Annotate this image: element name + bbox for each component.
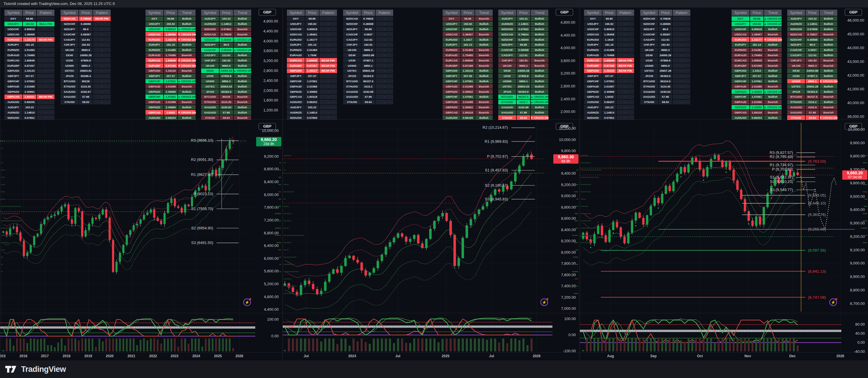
top-pane-currency-button[interactable]: GBP (845, 9, 862, 15)
svg-text:7,600.00: 7,600.00 (264, 205, 279, 210)
symbol-cell: EURGBP (146, 63, 163, 68)
signal-cell: Bearish (820, 105, 837, 110)
titlebar-text: Tickmill created with TradingView.com, D… (3, 1, 115, 6)
trend-screener-table-2: SymbolPriceTrendAUDJPY103.21BullishAUDNZ… (498, 10, 548, 120)
signal-cell: Bullish (531, 37, 548, 42)
price-cell: 1.8432 (602, 94, 616, 99)
price-cell: 50266.4 (79, 74, 93, 78)
symbol-cell: ETHUSD (640, 84, 658, 89)
symbol-cell: CADJPY (343, 37, 361, 42)
symbol-cell: EURNZD (732, 48, 749, 52)
price-cell: 155.92 (602, 22, 616, 26)
price-cell: 6850.3 (220, 79, 233, 84)
svg-text:44,000.00: 44,000.00 (847, 45, 864, 50)
date-axis[interactable]: Jul2024Jul2025Jul2026 (304, 354, 540, 358)
signal-cell: Bullish (234, 42, 251, 47)
price-cell: 4192.9 (806, 105, 819, 110)
signal-cell: - (37, 74, 55, 78)
indicator-logo-icon[interactable]: ⚡ (244, 298, 251, 306)
symbol-cell: GBPAUD (584, 84, 602, 89)
signal-cell: ▼ CROSS DN (820, 115, 837, 120)
symbol-cell: AUDUSD (4, 100, 22, 104)
price-axis[interactable]: 10,200.0010,000.009,800.009,600.009,400.… (559, 126, 576, 311)
svg-text:Jul: Jul (304, 354, 309, 358)
signal-cell: - (376, 74, 393, 78)
signal-cell: Bullish (234, 22, 251, 26)
column-header: Pattern (673, 10, 690, 16)
signal-cell: - (376, 32, 393, 37)
price-cell: 1.38458 (23, 32, 36, 37)
symbol-cell: GBPNZD (146, 105, 163, 110)
price-cell: 192.92 (659, 42, 672, 47)
price-axis[interactable]: 10,000.009,600.009,200.008,800.008,400.0… (262, 128, 279, 312)
symbol-cell: CHFJPY (498, 58, 516, 63)
signal-cell: - (319, 22, 337, 26)
signal-cell: Bullish (234, 110, 251, 115)
svg-text:9,500.00: 9,500.00 (850, 194, 865, 199)
signal-cell: - (319, 89, 337, 94)
indicator-logo-icon[interactable]: ⚡ (541, 298, 548, 306)
symbol-cell: ETHUSD (201, 100, 219, 104)
top-pane-currency-button[interactable]: GBP (259, 9, 276, 15)
date-axis[interactable]: AugSepOctNovDec2026 (607, 354, 844, 358)
column-header: Trend (234, 10, 251, 16)
signal-cell: - (673, 63, 690, 68)
price-cell: 50264.9 (517, 89, 530, 94)
price-cell: 2.01088 (23, 84, 36, 89)
chart-panel-1[interactable]: SymbolPricePatternDXY98.86-USDJPY155.92B… (0, 7, 282, 360)
date-axis[interactable]: 2015201620172018201920202021202220232024… (0, 354, 243, 358)
price-cell: 47807.1 (362, 58, 375, 63)
signal-cell: Bullish (178, 17, 195, 21)
svg-text:⚡: ⚡ (831, 300, 836, 305)
tradingview-logo-icon[interactable] (5, 365, 18, 374)
svg-text:6,400.00: 6,400.00 (264, 244, 279, 248)
signal-cell: Bullish (531, 17, 548, 21)
indicator-logo-icon[interactable]: ⚡ (830, 298, 837, 306)
signal-cell: Bullish (475, 37, 493, 42)
price-cell: 155.92 (750, 22, 764, 26)
signal-cell: - (376, 84, 393, 89)
price-axis[interactable]: 10,000.009,900.009,800.009,700.009,600.0… (848, 127, 865, 306)
symbol-cell: UK100 (640, 48, 658, 52)
price-cell: 57.98 (79, 94, 93, 99)
price-cell: 50363.9 (806, 89, 819, 94)
signal-cell: Bullish (234, 105, 251, 110)
signal-cell: - (93, 42, 111, 47)
signal-cell: Bullish (475, 94, 493, 99)
footer-brand[interactable]: TradingView (21, 365, 66, 374)
signal-cell: ▲ CROSS UP (764, 105, 782, 110)
symbol-cell: USDCAD (4, 32, 22, 37)
svg-text:9,900.00: 9,900.00 (850, 141, 865, 145)
price-cell: 103.21 (517, 17, 530, 21)
chart-panel-2[interactable]: SymbolPricePatternDXY98.86-USDJPY155.92-… (282, 7, 579, 360)
signal-cell: Bearish (234, 32, 251, 37)
price-cell: 0.66205 (23, 100, 36, 104)
signal-cell: Bullish (178, 22, 195, 26)
price-cell: 4192.63 (220, 105, 233, 110)
symbol-cell: AUDNZD (498, 22, 516, 26)
price-cell: 3115.35 (79, 84, 93, 89)
svg-text:2,400.00: 2,400.00 (263, 78, 278, 83)
signal-cell: Bullish (531, 84, 548, 89)
column-header: Price (79, 10, 93, 16)
symbol-cell: GBPCAD (4, 94, 22, 99)
column-header: Price (659, 10, 672, 16)
symbol-cell: NZDJPY (498, 42, 516, 47)
price-cell: 3115.2 (806, 100, 819, 104)
symbol-cell: XAGUSD (640, 94, 658, 99)
signal-cell: Bullish (820, 27, 837, 32)
price-cell: 58.93 (79, 100, 93, 104)
price-cell: 155.92 (461, 22, 474, 26)
symbol-cell: NZDJPY (343, 27, 361, 32)
price-cell: 98.86 (461, 17, 474, 21)
symbol-cell: GBPNZD (146, 89, 163, 94)
symbol-cell: GBPNZD (287, 89, 305, 94)
top-pane-currency-button[interactable]: GBP (556, 9, 573, 15)
svg-text:8,600.00: 8,600.00 (561, 216, 576, 221)
symbol-cell: GBPCHF (732, 94, 749, 99)
symbol-cell: XTIUSD (787, 115, 805, 120)
chart-panel-3[interactable]: SymbolPricePatternDXY98.85-USDJPY155.92-… (580, 7, 868, 360)
symbol-cell: GBPCHF (732, 79, 749, 84)
symbol-cell: XTIUSD (343, 100, 361, 104)
price-cell: 1.60846 (461, 58, 474, 63)
